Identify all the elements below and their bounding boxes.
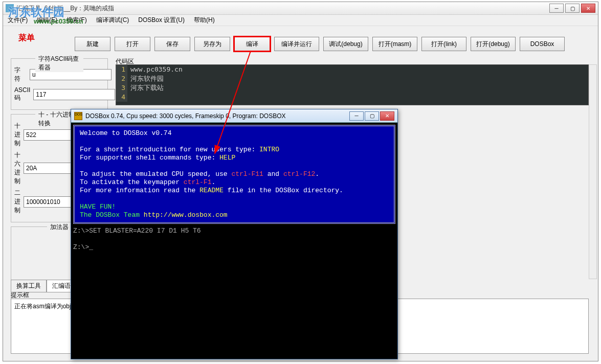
minimize-button[interactable]: ─ [549,4,564,13]
dos-text: Welcome to DOSBox v0.74 [80,129,389,138]
code-line: 河东下载站 [127,83,164,93]
menu-bar: 文件(F) 编辑(E) 搜索(F) 编译调试(C) DOSBox 设置(U) 帮… [3,15,598,26]
dosbox-window: DOS DOSBox 0.74, Cpu speed: 3000 cycles,… [71,109,398,359]
dos-prompt: Z:\>_ [73,243,395,252]
maximize-button[interactable]: ▢ [565,4,580,13]
hex-label: 十六进制 [14,151,20,186]
open-masm-button[interactable]: 打开(masm) [372,37,417,51]
char-label: 字 符 [14,66,27,83]
new-button[interactable]: 新建 [75,37,110,51]
save-button[interactable]: 保存 [154,37,190,51]
dosbox-terminal[interactable]: Welcome to DOSBox v0.74 For a short intr… [71,123,397,359]
ascii-code-label: ASCII码 [14,86,30,102]
compile-button[interactable]: 编译 [234,37,270,51]
dosbox-icon: DOS [74,112,82,120]
menu-dosbox-settings[interactable]: DOSBox 设置(U) [136,15,187,26]
dec-label: 十 进 制 [14,122,20,148]
menu-annotation: 菜单 [18,33,35,43]
code-line: www.pc0359.cn [127,65,183,74]
code-line: 河东软件园 [127,74,164,83]
dosbox-title: DOSBox 0.74, Cpu speed: 3000 cycles, Fra… [85,112,349,120]
adder-panel-title: 加法器 [47,223,72,232]
window-title: 汇编工具_64位版__By：莫哋的戒指 [16,4,549,13]
dosbox-close-button[interactable]: ✕ [380,111,394,121]
menu-search[interactable]: 搜索(F) [64,15,88,26]
menu-edit[interactable]: 编辑(E) [35,15,59,26]
window-controls: ─ ▢ ✕ [549,4,595,13]
open-button[interactable]: 打开 [115,37,150,51]
dosbox-minimize-button[interactable]: ─ [349,111,364,121]
toolbar: 新建 打开 保存 另存为 编译 编译并运行 调试(debug) 打开(masm)… [75,37,565,51]
code-editor[interactable]: 1www.pc0359.cn 2河东软件园 3河东下载站 4 [116,64,589,105]
hint-text: 正在将asm编译为obj [14,303,71,310]
menu-compile-debug[interactable]: 编译调试(C) [94,15,131,26]
title-bar: 汇编工具_64位版__By：莫哋的戒指 ─ ▢ ✕ [3,2,598,15]
ascii-panel-title: 字符ASCII码查看器 [35,55,83,72]
close-button[interactable]: ✕ [581,4,595,13]
saveas-button[interactable]: 另存为 [194,37,230,51]
vertical-scrollbar[interactable] [589,64,597,279]
open-link-button[interactable]: 打开(link) [421,37,466,51]
ascii-code-input[interactable] [33,89,115,100]
debug-button[interactable]: 调试(debug) [323,37,368,51]
app-icon [6,4,14,12]
compile-run-button[interactable]: 编译并运行 [274,37,319,51]
dosbox-welcome-frame: Welcome to DOSBox v0.74 For a short intr… [73,125,395,224]
ascii-viewer-panel: 字符ASCII码查看器 字 符 ASCII码 [11,58,108,110]
code-line [127,93,130,102]
dosbox-button[interactable]: DOSBox [520,37,565,51]
menu-file[interactable]: 文件(F) [6,15,30,26]
menu-help[interactable]: 帮助(H) [192,15,217,26]
dosbox-title-bar[interactable]: DOS DOSBox 0.74, Cpu speed: 3000 cycles,… [71,109,397,123]
bin-label: 二 进 制 [14,189,20,215]
open-debug-button[interactable]: 打开(debug) [471,37,516,51]
dos-prompt: Z:\>SET BLASTER=A220 I7 D1 H5 T6 [73,227,395,235]
dosbox-maximize-button[interactable]: ▢ [365,111,379,121]
